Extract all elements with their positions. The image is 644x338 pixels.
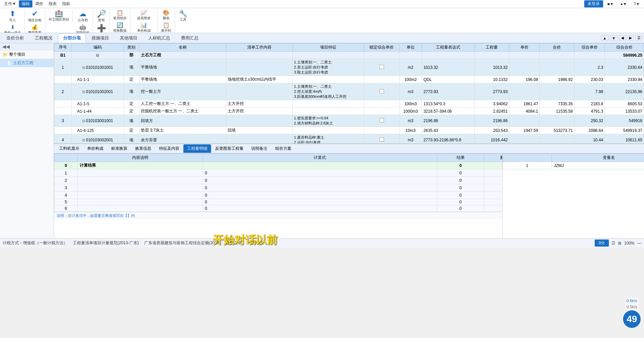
bottom-tab-conv-info[interactable]: 换算信息: [131, 144, 155, 153]
tb-reuse[interactable]: 📋 复用组价: [112, 9, 128, 21]
bl-desc: [78, 177, 203, 184]
status-bar: 计税方式：增值税（一般计税方法） 工程量清单项目计量规范(2013-广东) 广东…: [0, 238, 644, 248]
row-lock[interactable]: [364, 83, 399, 100]
menu-dot[interactable]: ●▼: [618, 1, 629, 7]
tab-labor-material[interactable]: 人材机汇总: [143, 33, 175, 43]
sidebar-item-earthwork[interactable]: 📄 土石方工程: [0, 59, 54, 67]
row-qty: [474, 52, 509, 59]
tb-overhigh[interactable]: 📈 超高降效: [136, 9, 152, 21]
bl-col-desc: 内容说明: [78, 154, 203, 162]
row-code: A1-1-5: [72, 100, 124, 108]
tab-cost-analysis[interactable]: 造价分析: [1, 33, 29, 43]
bottom-tab-std-conv[interactable]: 标准换算: [107, 144, 131, 153]
bl-desc: [78, 169, 203, 177]
tb-ai-price[interactable]: 🤖 智能组价: [75, 24, 91, 33]
tab-nav-up[interactable]: ▲: [601, 35, 609, 41]
row-features: [292, 52, 364, 59]
row-lock[interactable]: [364, 115, 399, 127]
menu-edit[interactable]: 编辑: [19, 0, 32, 7]
reuse-label: 复用组价: [113, 16, 127, 21]
bl-seq: 6: [54, 205, 78, 212]
row-total: 11535.58: [540, 108, 574, 115]
row-name: 垫层 3:7灰土: [139, 127, 226, 134]
tab-nav-right-btn[interactable]: ▶: [627, 35, 634, 41]
row-unit-price: 7.98: [574, 83, 605, 100]
tb-expand[interactable]: 📋 展开到: [160, 22, 173, 33]
expand-icon: 📋: [163, 23, 170, 28]
sidebar-item-all-project[interactable]: 📁 整个项目: [0, 50, 54, 59]
row-expr: 2196.86: [422, 115, 474, 127]
tb-tools[interactable]: 🔧 工具: [177, 9, 189, 23]
tb-unitprice[interactable]: 📊 单价构成: [136, 22, 152, 33]
row-content: [226, 134, 293, 144]
bottom-tab-notes[interactable]: 说明备注: [248, 144, 271, 153]
bottom-tab-unit-price[interactable]: 单价构成: [83, 144, 107, 153]
toolbar-group-special: 📈 超高降效 📊 单价构成 📤 提取积分支撑 ➕ 子目增加费 📐 面积增加费: [130, 9, 158, 33]
tb-fee-view[interactable]: 💰 费用查看: [27, 24, 43, 33]
bl-flag: [484, 169, 502, 177]
row-total-price: 549918: [605, 115, 644, 127]
row-total: [540, 83, 574, 100]
main-layout: ◀◀ 📁 整个项目 📄 土石方工程 序号 编码 类别 名称 清单工作内容: [0, 43, 644, 238]
tab-other-items[interactable]: 其他项目: [115, 33, 143, 43]
menu-adjust[interactable]: 调价: [32, 0, 46, 7]
row-lock[interactable]: [364, 59, 399, 76]
bottom-tab-features[interactable]: 特征及内容: [155, 144, 183, 153]
menu-report[interactable]: 报表: [46, 0, 59, 7]
menu-grid[interactable]: ■▼: [604, 1, 616, 7]
row-total: 1986.92: [540, 76, 574, 83]
score-button[interactable]: 0分: [595, 240, 609, 247]
tab-project-overview[interactable]: 工程概况: [30, 33, 57, 43]
row-unit: 100m2: [399, 76, 422, 83]
price-unity-icon: ⬇: [10, 25, 15, 30]
toolbar-group-cloud: ☁ 云存档 🤖 智能组价 🔍 云检查: [73, 9, 93, 33]
bl-desc: [78, 184, 203, 192]
tab-nav-menu[interactable]: ☰: [635, 35, 643, 41]
reuse-icon: 📋: [117, 10, 123, 16]
br-col-seq: [503, 154, 552, 162]
row-content: [226, 52, 293, 59]
tab-fee-summary[interactable]: 费用汇总: [176, 33, 204, 43]
tb-cloud-save[interactable]: ☁ 云存档: [76, 9, 89, 23]
project-check-label: 项目自检: [28, 18, 42, 23]
query-icon: 🔎: [97, 10, 106, 18]
sidebar-collapse-btn[interactable]: ◀◀: [1, 44, 11, 49]
tools-icon: 🔧: [179, 10, 187, 17]
tb-color[interactable]: 🎨 颜色: [160, 9, 172, 21]
tab-nav-left[interactable]: ◀: [619, 35, 626, 41]
tb-import[interactable]: ⬆ 导入: [6, 9, 19, 23]
speed-down-value: 0.5k/s: [625, 304, 638, 310]
tb-query[interactable]: 🔎 查询: [95, 9, 107, 23]
row-price: [509, 59, 540, 76]
row-lock[interactable]: [364, 134, 399, 144]
menu-file[interactable]: 文件▼: [1, 0, 19, 7]
bl-col-flag: 累加标识: [484, 154, 502, 162]
row-expr: 1013.32: [422, 59, 474, 76]
menu-index[interactable]: 指标: [59, 0, 73, 7]
col-name: 名称: [139, 44, 226, 52]
menu-bar: 文件▼ 编辑 调价 报表 指标 未登录 ■▼ ●▼ ?▼: [0, 0, 644, 8]
zoom-minus[interactable]: —: [637, 241, 641, 246]
tb-env[interactable]: 🏥 环卫地区类别: [47, 9, 70, 23]
tb-replace[interactable]: 🔄 替换数据: [112, 22, 128, 33]
tb-price-unity[interactable]: ⬇ 量价一体化: [3, 24, 22, 33]
bottom-tab-pricing[interactable]: 组价方案: [272, 144, 295, 153]
bottom-tab-reverse[interactable]: 反查图形工程量: [211, 144, 247, 153]
bottom-tab-qty-detail[interactable]: 工程量明细: [183, 144, 211, 153]
bottom-tab-labor[interactable]: 工料机显示: [55, 144, 83, 153]
table-row: B1 ⊟ 部 土石方工程 584996.25: [54, 52, 644, 59]
row-expand-btn[interactable]: ⊟: [72, 52, 124, 59]
menu-help[interactable]: ?▼: [631, 1, 643, 7]
bl-expr: 0: [203, 169, 437, 177]
tb-project-check[interactable]: ✔ 项目自检: [27, 9, 43, 23]
tab-section-items[interactable]: 分部分项: [58, 33, 86, 43]
bl-flag: [484, 199, 502, 205]
tab-measures[interactable]: 措施项目: [86, 33, 114, 43]
tb-insert[interactable]: ➕ 插入: [95, 24, 107, 33]
row-seq: [54, 100, 72, 108]
bl-seq: 0: [54, 162, 78, 169]
row-features: [292, 127, 364, 134]
login-button[interactable]: 未登录: [584, 0, 603, 7]
tools-label: 工具: [180, 17, 186, 22]
tab-nav-down[interactable]: ▼: [610, 35, 618, 41]
